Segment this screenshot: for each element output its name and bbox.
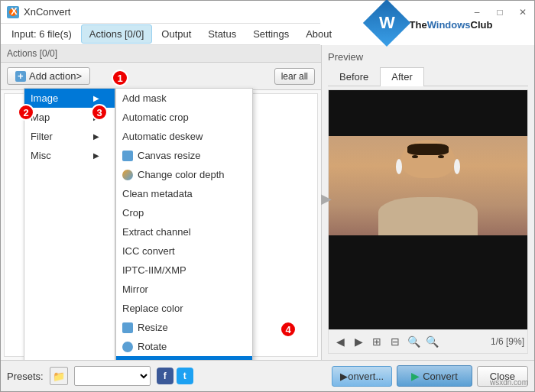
color-depth-icon xyxy=(122,170,133,180)
prev-button[interactable]: ◀ xyxy=(332,333,349,350)
preview-earring-l xyxy=(396,159,402,174)
menu-icc-convert[interactable]: ICC convert xyxy=(116,241,252,261)
menu-canvas-resize[interactable]: Canvas resize xyxy=(116,146,252,165)
menu-extract-channel[interactable]: Extract channel xyxy=(116,222,252,241)
preview-tabs: Before After xyxy=(328,67,528,86)
input-label: Input: 6 file(s) xyxy=(4,25,79,43)
menu-clean-metadata[interactable]: Clean metadata xyxy=(116,184,252,203)
facebook-button[interactable]: f xyxy=(157,368,173,384)
canvas-resize-icon xyxy=(122,151,133,161)
annotation-3: 3 xyxy=(91,104,108,121)
menu-filter[interactable]: Filter ▶ xyxy=(24,127,115,146)
convert-partial-button[interactable]: ▶onvert... xyxy=(332,366,392,387)
add-action-button[interactable]: + Add action> xyxy=(7,67,90,85)
annotation-2: 2 xyxy=(18,104,34,121)
output-menu-item[interactable]: Output xyxy=(154,25,199,43)
preview-label: Preview xyxy=(328,51,528,63)
misc-arrow: ▶ xyxy=(93,151,99,160)
menu-crop[interactable]: Crop xyxy=(116,203,252,222)
title-bar: X XnConvert W TheWindowsClub – □ ✕ xyxy=(1,1,534,24)
svg-text:X: X xyxy=(11,8,18,17)
menu-auto-crop[interactable]: Automatic crop xyxy=(116,108,252,127)
main-content: Actions [0/0] + Add action> lear all ▶ P… xyxy=(1,45,534,360)
actions-header: Actions [0/0] xyxy=(1,45,321,63)
menu-misc[interactable]: Misc ▶ xyxy=(24,146,115,165)
menu-resize[interactable]: Resize xyxy=(116,318,252,337)
resize-icon xyxy=(122,322,133,333)
preview-top-black xyxy=(329,90,527,136)
zoom-fit-button[interactable]: ⊞ xyxy=(368,333,385,350)
presets-select[interactable] xyxy=(74,366,151,386)
next-button[interactable]: ▶ xyxy=(350,333,367,350)
preview-eye-l xyxy=(412,155,418,158)
menu-auto-deskew[interactable]: Automatic deskew xyxy=(116,127,252,146)
bottom-bar: Presets: 📁 f t ▶onvert... ▶ Convert Clos… xyxy=(1,360,534,391)
menu-change-color-depth[interactable]: Change color depth xyxy=(116,165,252,184)
main-window: X XnConvert W TheWindowsClub – □ ✕ Input… xyxy=(0,0,535,392)
menu-replace-color[interactable]: Replace color xyxy=(116,299,252,318)
app-icon: X xyxy=(7,6,19,18)
expand-arrow: ▶ xyxy=(321,190,332,207)
watermark: wsxdn.com xyxy=(490,378,528,387)
preview-earring-r xyxy=(454,159,460,174)
preview-shoulders xyxy=(378,197,478,235)
title-controls: – □ ✕ xyxy=(282,1,534,24)
page-info: 1/6 [9%] xyxy=(491,336,524,347)
presets-label: Presets: xyxy=(7,371,44,382)
zoom-100-button[interactable]: ⊟ xyxy=(387,333,404,350)
preview-bottom-black xyxy=(329,235,527,329)
annotation-1: 1 xyxy=(112,70,128,86)
convert-button[interactable]: ▶ Convert xyxy=(397,365,472,387)
status-menu-item[interactable]: Status xyxy=(200,25,244,43)
rotate-icon xyxy=(122,342,133,352)
about-menu-item[interactable]: About xyxy=(298,25,339,43)
annotation-4: 4 xyxy=(280,321,297,338)
actions-menu-item[interactable]: Actions [0/0] xyxy=(81,24,153,44)
close-window-button[interactable]: ✕ xyxy=(511,1,534,24)
convert-label: Convert xyxy=(423,371,458,382)
tab-after[interactable]: After xyxy=(380,67,423,86)
minimize-button[interactable]: – xyxy=(465,1,488,24)
add-icon: + xyxy=(15,71,26,82)
image-arrow: ▶ xyxy=(93,94,99,102)
svg-text:+: + xyxy=(18,71,24,82)
preview-eye-r xyxy=(438,155,444,158)
clear-all-button[interactable]: lear all xyxy=(274,68,315,85)
preview-person-area xyxy=(329,136,527,235)
preview-hair xyxy=(407,144,449,155)
menu-set-dpi[interactable]: Set DPI xyxy=(116,356,252,360)
preview-toolbar: ◀ ▶ ⊞ ⊟ 🔍 🔍 1/6 [9%] xyxy=(329,329,527,353)
zoom-in-button[interactable]: 🔍 xyxy=(423,333,440,350)
tab-before[interactable]: Before xyxy=(328,67,380,86)
convert-run-icon: ▶ xyxy=(411,370,420,382)
level1-menu: Image ▶ Map ▶ Filter ▶ Misc ▶ xyxy=(24,88,115,360)
menu-add-mask[interactable]: Add mask xyxy=(116,89,252,108)
maximize-button[interactable]: □ xyxy=(488,1,511,24)
folder-icon: 📁 xyxy=(53,371,65,382)
actions-toolbar: + Add action> lear all xyxy=(1,63,321,90)
zoom-out-button[interactable]: 🔍 xyxy=(405,333,422,350)
menu-rotate[interactable]: Rotate xyxy=(116,337,252,356)
twitter-button[interactable]: t xyxy=(177,368,193,384)
dropdown-overlay: Image ▶ Map ▶ Filter ▶ Misc ▶ Add mask xyxy=(24,88,253,360)
add-action-label: Add action> xyxy=(29,70,82,82)
presets-folder-button[interactable]: 📁 xyxy=(50,367,68,385)
level2-menu: Add mask Automatic crop Automatic deskew… xyxy=(115,88,253,360)
menu-mirror[interactable]: Mirror xyxy=(116,280,252,299)
right-panel: Preview Before After xyxy=(322,45,534,360)
social-icons: f t xyxy=(157,368,193,384)
preview-image-area: ◀ ▶ ⊞ ⊟ 🔍 🔍 1/6 [9%] xyxy=(328,89,528,354)
menu-iptc[interactable]: IPTC-IIM/XMP xyxy=(116,261,252,280)
preview-face xyxy=(401,140,455,178)
settings-menu-item[interactable]: Settings xyxy=(245,25,297,43)
filter-arrow: ▶ xyxy=(93,132,99,141)
window-title: XnConvert xyxy=(24,6,70,18)
